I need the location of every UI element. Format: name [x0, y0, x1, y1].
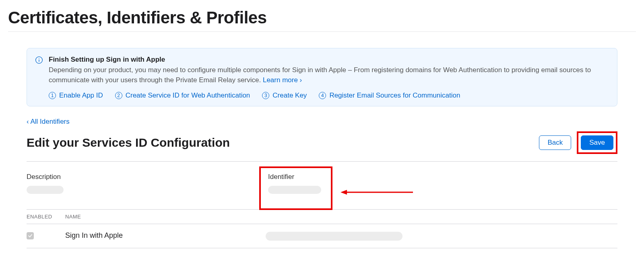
step-label: Register Email Sources for Communication — [329, 91, 460, 100]
breadcrumb-back-link[interactable]: ‹ All Identifiers — [27, 118, 70, 126]
arrow-icon — [341, 189, 413, 195]
info-panel-text: Depending on your product, you may need … — [49, 66, 591, 84]
back-button[interactable]: Back — [539, 135, 571, 150]
col-name-label: Name — [65, 214, 617, 220]
capability-row: Sign In with Apple — [27, 224, 617, 248]
step-register-email-sources[interactable]: 4 Register Email Sources for Communicati… — [319, 91, 460, 100]
step-create-key[interactable]: 3 Create Key — [262, 91, 307, 100]
info-panel-body: Depending on your product, you may need … — [49, 65, 609, 85]
capability-detail-redacted — [266, 232, 402, 241]
capability-checkbox[interactable] — [27, 232, 34, 239]
info-icon — [35, 56, 43, 64]
description-label: Description — [27, 173, 268, 181]
description-field: Description — [27, 173, 268, 194]
identifier-value-redacted — [268, 186, 321, 194]
capabilities-header: Enabled Name — [27, 209, 617, 224]
step-number-icon: 3 — [262, 92, 269, 99]
step-label: Create Service ID for Web Authentication — [126, 91, 250, 100]
capability-name: Sign In with Apple — [65, 231, 123, 239]
save-button[interactable]: Save — [581, 135, 613, 150]
identifier-label: Identifier — [268, 173, 510, 181]
description-value-redacted — [27, 186, 64, 194]
step-enable-app-id[interactable]: 1 Enable App ID — [49, 91, 103, 100]
info-panel: Finish Setting up Sign in with Apple Dep… — [27, 48, 617, 106]
step-number-icon: 4 — [319, 92, 326, 99]
step-number-icon: 2 — [115, 92, 122, 99]
learn-more-link[interactable]: Learn more › — [263, 76, 302, 84]
svg-marker-4 — [341, 190, 347, 195]
setup-steps: 1 Enable App ID 2 Create Service ID for … — [49, 91, 609, 100]
svg-point-2 — [39, 58, 39, 59]
info-panel-title: Finish Setting up Sign in with Apple — [49, 56, 609, 64]
divider — [8, 31, 636, 32]
page-title: Certificates, Identifiers & Profiles — [8, 8, 636, 27]
identifier-field: Identifier — [268, 173, 510, 194]
step-label: Create Key — [272, 91, 307, 100]
step-number-icon: 1 — [49, 92, 56, 99]
section-title: Edit your Services ID Configuration — [27, 136, 230, 150]
section-header: Edit your Services ID Configuration Back… — [27, 131, 617, 162]
col-enabled-label: Enabled — [27, 214, 65, 220]
step-create-service-id[interactable]: 2 Create Service ID for Web Authenticati… — [115, 91, 250, 100]
highlight-ring-save: Save — [577, 131, 617, 154]
step-label: Enable App ID — [59, 91, 103, 100]
fields-row: Description Identifier — [27, 162, 617, 209]
action-bar: Back Save — [539, 131, 617, 154]
